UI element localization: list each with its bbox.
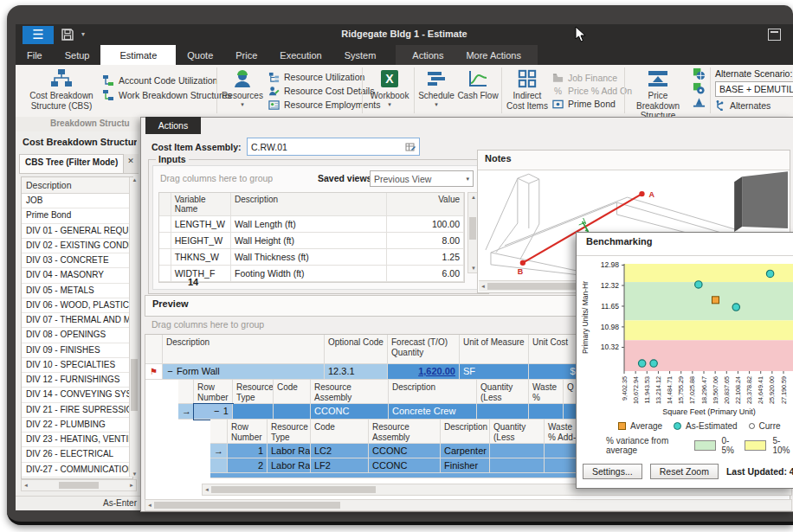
- forecast-quantity-link[interactable]: 1,620.00: [418, 366, 455, 376]
- close-icon[interactable]: ✕: [124, 154, 138, 173]
- scroll-down-icon[interactable]: ▼: [130, 471, 139, 477]
- alternate-scenario-select[interactable]: BASE + DEMUTIL: Dem... ▾: [715, 81, 793, 97]
- scroll-right-icon[interactable]: ►: [129, 483, 134, 488]
- list-item[interactable]: DIV 03 - CONCRETE: [22, 253, 132, 268]
- list-item[interactable]: JOB: [22, 194, 132, 208]
- list-item[interactable]: DIV 05 - METALS: [22, 284, 132, 298]
- unit-of-measure-cell[interactable]: SF: [460, 364, 529, 380]
- variable-name-cell[interactable]: HEIGHT_W: [171, 233, 231, 248]
- list-item[interactable]: DIV 10 - SPECIALTIES: [22, 358, 132, 373]
- menu-system[interactable]: System: [333, 45, 388, 65]
- column-header[interactable]: Resource Assembly: [311, 380, 389, 404]
- code-cell[interactable]: LF2: [311, 458, 369, 473]
- quantity-cell[interactable]: [490, 458, 545, 473]
- list-item[interactable]: DIV 07 - THERMAL AND MOI...: [22, 313, 132, 328]
- menu-setup[interactable]: Setup: [54, 45, 101, 65]
- list-item[interactable]: DIV 04 - MASONRY: [22, 268, 132, 283]
- list-item[interactable]: DIV-27 - COMMUNICATIONS: [22, 463, 132, 478]
- list-item[interactable]: Prime Bond: [22, 208, 132, 223]
- description-cell[interactable]: Concrete Crew: [389, 404, 477, 420]
- code-cell[interactable]: LC2: [311, 444, 369, 458]
- cost-item-assembly-input[interactable]: C.RW.01: [247, 138, 420, 156]
- resource-type-cell[interactable]: Labor Rate: [268, 458, 311, 473]
- description-cell[interactable]: Carpenter ...: [441, 444, 490, 458]
- scroll-up-icon[interactable]: ▲: [130, 177, 139, 183]
- resource-utilization-button[interactable]: Resource Utilization: [268, 72, 380, 83]
- price-add-on-button[interactable]: % Price % Add On: [552, 86, 632, 96]
- cbs-vertical-scrollbar[interactable]: ▲ ▼: [129, 177, 139, 477]
- cone-icon[interactable]: [693, 97, 706, 108]
- row-number-cell[interactable]: − 1: [194, 404, 233, 420]
- list-item[interactable]: DIV 26 - ELECTRICAL: [22, 447, 132, 462]
- value-cell[interactable]: 8.00: [387, 233, 464, 248]
- alternates-button[interactable]: Alternates: [715, 100, 793, 111]
- menu-file[interactable]: File: [16, 45, 54, 65]
- table-row[interactable]: LENGTH_WWall Length (ft)100.00: [159, 216, 464, 233]
- scroll-left-icon[interactable]: ◄: [147, 503, 152, 508]
- column-header[interactable]: Resource Type: [233, 380, 274, 404]
- column-header[interactable]: Resource Assembly: [369, 420, 441, 444]
- column-header[interactable]: Unit of Measure: [460, 335, 529, 364]
- table-row[interactable]: THKNS_WWall Thickness (ft)1.25: [159, 249, 464, 266]
- scrollbar-thumb[interactable]: [154, 502, 340, 509]
- dialog-horizontal-scrollbar[interactable]: ◄: [145, 499, 792, 511]
- resources-button[interactable]: Resources ▾: [222, 68, 263, 108]
- column-header[interactable]: Quantity (Less Waste): [477, 380, 529, 404]
- schedule-button[interactable]: Schedule ▾: [417, 68, 455, 108]
- column-header[interactable]: Code: [311, 420, 369, 444]
- description-cell[interactable]: Wall Thickness (ft): [231, 249, 387, 265]
- list-item[interactable]: DIV 23 - HEATING, VENTILA...: [22, 433, 132, 447]
- list-item[interactable]: DIV 12 - FURNISHINGS: [22, 373, 132, 388]
- account-code-utilization-button[interactable]: Account Code Utilization: [102, 74, 232, 87]
- menu-more-actions[interactable]: More Actions: [455, 45, 532, 65]
- flag-column-header[interactable]: [145, 335, 163, 364]
- settings-button[interactable]: Settings...: [583, 464, 642, 479]
- cbs-horizontal-scrollbar[interactable]: ◄ ►: [21, 479, 137, 491]
- resource-employments-button[interactable]: Resource Employments: [268, 99, 380, 111]
- variable-name-cell[interactable]: THKNS_W: [171, 249, 231, 265]
- row-number-cell[interactable]: 2: [228, 458, 268, 473]
- quantity-cell[interactable]: [477, 404, 529, 420]
- collapse-icon[interactable]: −: [166, 364, 174, 379]
- scrollbar-thumb[interactable]: [59, 482, 99, 489]
- value-cell[interactable]: 100.00: [387, 216, 464, 232]
- column-header[interactable]: Waste % Add-on: [529, 380, 564, 404]
- scrollbar-thumb[interactable]: [211, 486, 376, 493]
- description-cell[interactable]: Footing Width (ft): [231, 266, 387, 281]
- list-item[interactable]: DIV 06 - WOOD, PLASTICS a...: [22, 298, 132, 313]
- table-row[interactable]: HEIGHT_WWall Height (ft)8.00: [159, 233, 464, 249]
- resource-assembly-cell[interactable]: CCONC: [311, 404, 389, 420]
- column-header[interactable]: Resource Type: [268, 420, 311, 444]
- column-header[interactable]: Description: [163, 335, 325, 364]
- description-cell[interactable]: Wall Length (ft): [231, 216, 387, 232]
- column-header[interactable]: Optional Code: [325, 335, 388, 364]
- variable-name-cell[interactable]: WIDTH_F: [171, 266, 231, 281]
- list-item[interactable]: DIV 01 - GENERAL REQUIRE...: [22, 224, 132, 239]
- column-header[interactable]: Description: [231, 193, 387, 215]
- row-number-cell[interactable]: 1: [228, 444, 268, 458]
- cbs-button[interactable]: Cost Breakdown Structure (CBS): [24, 68, 99, 111]
- actions-dialog-tab[interactable]: Actions: [145, 117, 201, 134]
- variable-name-cell[interactable]: LENGTH_W: [171, 216, 231, 232]
- menu-execution[interactable]: Execution: [268, 45, 332, 65]
- saved-views-select[interactable]: Previous View ▾: [370, 170, 474, 187]
- cash-flow-button[interactable]: Cash Flow: [457, 68, 499, 101]
- scroll-left-icon[interactable]: ◄: [204, 487, 210, 492]
- column-header[interactable]: Quantity (Less Waste): [490, 420, 545, 444]
- list-item[interactable]: DIV 02 - EXISTING CONDITI...: [22, 239, 132, 253]
- reset-zoom-button[interactable]: Reset Zoom: [650, 464, 719, 479]
- restore-window-button[interactable]: [768, 29, 781, 41]
- optional-code-cell[interactable]: 12.3.1: [325, 364, 388, 380]
- description-cell[interactable]: Finisher: [441, 458, 490, 473]
- list-item[interactable]: DIV 21 - FIRE SUPRESSION: [22, 403, 132, 418]
- workbook-button[interactable]: X Workbook ▾: [367, 68, 412, 108]
- resource-assembly-cell[interactable]: CCONC: [369, 444, 441, 458]
- hamburger-menu-button[interactable]: ☰: [23, 26, 54, 44]
- table-row[interactable]: WIDTH_FFooting Width (ft)6.00: [159, 266, 464, 282]
- resource-type-cell[interactable]: Labor Rate: [268, 444, 311, 458]
- save-button[interactable]: [61, 28, 76, 42]
- cbs-tree-tab[interactable]: CBS Tree (Filter Mode): [19, 154, 124, 173]
- scrollbar-thumb[interactable]: [469, 217, 476, 240]
- cbs-column-header[interactable]: Description: [22, 177, 132, 194]
- column-header[interactable]: Value: [387, 193, 464, 215]
